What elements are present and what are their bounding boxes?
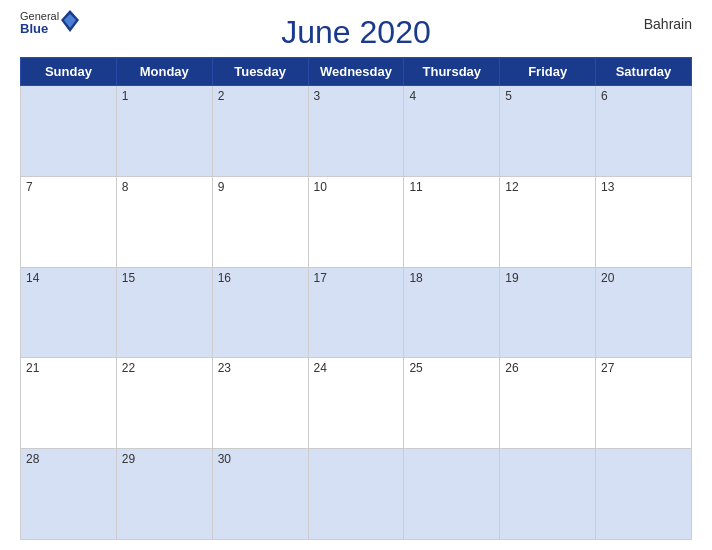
calendar-cell: 8 xyxy=(116,176,212,267)
calendar-cell: 7 xyxy=(21,176,117,267)
day-number: 19 xyxy=(505,271,518,285)
day-number: 10 xyxy=(314,180,327,194)
calendar-cell: 20 xyxy=(596,267,692,358)
calendar-cell: 18 xyxy=(404,267,500,358)
day-number: 23 xyxy=(218,361,231,375)
calendar-cell: 21 xyxy=(21,358,117,449)
calendar-cell: 3 xyxy=(308,86,404,177)
day-number: 16 xyxy=(218,271,231,285)
day-number: 1 xyxy=(122,89,129,103)
calendar-cell: 1 xyxy=(116,86,212,177)
calendar-cell: 27 xyxy=(596,358,692,449)
day-number: 4 xyxy=(409,89,416,103)
weekday-header-row: SundayMondayTuesdayWednesdayThursdayFrid… xyxy=(21,58,692,86)
calendar-header: General Blue June 2020 Bahrain xyxy=(20,10,692,51)
calendar-cell: 30 xyxy=(212,449,308,540)
calendar-cell: 19 xyxy=(500,267,596,358)
logo-blue-text: Blue xyxy=(20,22,59,36)
day-number: 24 xyxy=(314,361,327,375)
calendar-title: June 2020 xyxy=(281,14,430,51)
calendar-cell: 2 xyxy=(212,86,308,177)
calendar-cell: 14 xyxy=(21,267,117,358)
day-number: 5 xyxy=(505,89,512,103)
calendar-cell: 22 xyxy=(116,358,212,449)
weekday-saturday: Saturday xyxy=(596,58,692,86)
calendar-cell: 9 xyxy=(212,176,308,267)
day-number: 29 xyxy=(122,452,135,466)
day-number: 25 xyxy=(409,361,422,375)
calendar-cell xyxy=(21,86,117,177)
logo-icon xyxy=(61,10,79,32)
country-label: Bahrain xyxy=(644,16,692,32)
day-number: 26 xyxy=(505,361,518,375)
calendar-table: SundayMondayTuesdayWednesdayThursdayFrid… xyxy=(20,57,692,540)
weekday-thursday: Thursday xyxy=(404,58,500,86)
calendar-cell: 10 xyxy=(308,176,404,267)
calendar-cell: 15 xyxy=(116,267,212,358)
day-number: 21 xyxy=(26,361,39,375)
day-number: 28 xyxy=(26,452,39,466)
day-number: 27 xyxy=(601,361,614,375)
calendar-cell: 23 xyxy=(212,358,308,449)
calendar-cell: 4 xyxy=(404,86,500,177)
calendar-cell: 13 xyxy=(596,176,692,267)
calendar-cell: 25 xyxy=(404,358,500,449)
calendar-cell: 17 xyxy=(308,267,404,358)
calendar-cell: 16 xyxy=(212,267,308,358)
weekday-wednesday: Wednesday xyxy=(308,58,404,86)
day-number: 3 xyxy=(314,89,321,103)
day-number: 15 xyxy=(122,271,135,285)
day-number: 7 xyxy=(26,180,33,194)
day-number: 2 xyxy=(218,89,225,103)
weekday-sunday: Sunday xyxy=(21,58,117,86)
week-row-1: 123456 xyxy=(21,86,692,177)
day-number: 11 xyxy=(409,180,422,194)
calendar-cell: 28 xyxy=(21,449,117,540)
calendar-cell xyxy=(404,449,500,540)
week-row-4: 21222324252627 xyxy=(21,358,692,449)
calendar-cell: 29 xyxy=(116,449,212,540)
day-number: 18 xyxy=(409,271,422,285)
calendar-cell: 26 xyxy=(500,358,596,449)
week-row-5: 282930 xyxy=(21,449,692,540)
day-number: 8 xyxy=(122,180,129,194)
day-number: 22 xyxy=(122,361,135,375)
calendar-cell xyxy=(500,449,596,540)
weekday-tuesday: Tuesday xyxy=(212,58,308,86)
week-row-3: 14151617181920 xyxy=(21,267,692,358)
day-number: 9 xyxy=(218,180,225,194)
calendar-cell xyxy=(308,449,404,540)
weekday-friday: Friday xyxy=(500,58,596,86)
day-number: 14 xyxy=(26,271,39,285)
day-number: 30 xyxy=(218,452,231,466)
calendar-cell xyxy=(596,449,692,540)
day-number: 20 xyxy=(601,271,614,285)
day-number: 12 xyxy=(505,180,518,194)
day-number: 17 xyxy=(314,271,327,285)
calendar-cell: 6 xyxy=(596,86,692,177)
logo: General Blue xyxy=(20,10,79,36)
calendar-cell: 12 xyxy=(500,176,596,267)
weekday-monday: Monday xyxy=(116,58,212,86)
calendar-cell: 5 xyxy=(500,86,596,177)
calendar-cell: 11 xyxy=(404,176,500,267)
day-number: 6 xyxy=(601,89,608,103)
week-row-2: 78910111213 xyxy=(21,176,692,267)
day-number: 13 xyxy=(601,180,614,194)
calendar-cell: 24 xyxy=(308,358,404,449)
